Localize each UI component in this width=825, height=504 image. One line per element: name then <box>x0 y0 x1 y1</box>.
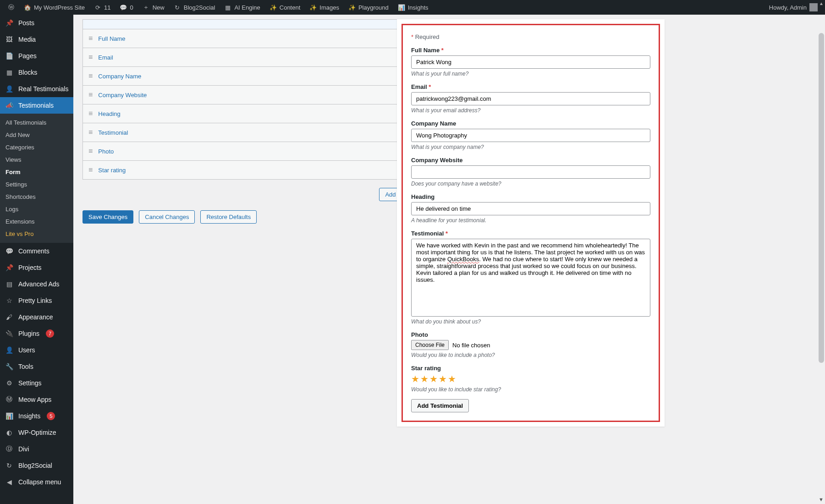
sidebar-sub-item[interactable]: Categories <box>0 141 73 153</box>
restore-defaults-button[interactable]: Restore Defaults <box>200 210 257 224</box>
sidebar-item[interactable]: 📌Projects <box>0 259 73 276</box>
sidebar-item[interactable]: ⒹDivi <box>0 441 73 457</box>
field-name-link[interactable]: Testimonial <box>98 129 413 136</box>
toolbar-playground[interactable]: ✨Playground <box>345 0 392 15</box>
sidebar-sub-item[interactable]: Views <box>0 153 73 166</box>
drag-handle-icon[interactable]: ≡ <box>88 128 93 137</box>
toolbar-images[interactable]: ✨Images <box>306 0 343 15</box>
wp-logo[interactable]: ⓦ <box>4 0 18 15</box>
sidebar-item-testimonials[interactable]: 📣 Testimonials <box>0 97 73 114</box>
heading-field[interactable] <box>411 202 650 215</box>
sidebar-sub-item[interactable]: Lite vs Pro <box>0 228 73 240</box>
sidebar-item[interactable]: ▤Advanced Ads <box>0 276 73 292</box>
drag-handle-icon[interactable]: ≡ <box>88 166 93 174</box>
photo-label: Photo <box>411 331 650 338</box>
sidebar-item[interactable]: 🔧Tools <box>0 358 73 375</box>
sidebar-sub-item[interactable]: Logs <box>0 203 73 215</box>
sidebar-sub-item[interactable]: All Testimonials <box>0 116 73 129</box>
drag-handle-icon[interactable]: ≡ <box>88 34 93 43</box>
sidebar-item-label: Plugins <box>18 330 39 337</box>
heading-hint: A headline for your testimonial. <box>411 217 650 224</box>
toolbar-blog2social[interactable]: ↻Blog2Social <box>170 0 219 15</box>
drag-handle-icon[interactable]: ≡ <box>88 110 93 118</box>
form-field-row[interactable]: ≡Photo▼ <box>82 142 430 161</box>
sidebar-item[interactable]: 📄Pages <box>0 48 73 64</box>
company-name-hint: What is your company name? <box>411 144 650 150</box>
form-fields-list: ≡Full Name▼≡Email▼≡Company Name▼≡Company… <box>82 19 430 180</box>
form-field-row[interactable]: ≡Company Website▼ <box>82 85 430 104</box>
site-home[interactable]: 🏠My WordPress Site <box>20 0 88 15</box>
megaphone-icon: 📣 <box>5 101 14 110</box>
sidebar-item[interactable]: ☆Pretty Links <box>0 292 73 309</box>
sidebar-sub-item[interactable]: Form <box>0 166 73 178</box>
toolbar-aiengine[interactable]: ▦AI Engine <box>220 0 264 15</box>
sidebar-item[interactable]: 👤Users <box>0 342 73 358</box>
field-name-link[interactable]: Heading <box>98 110 413 117</box>
testimonial-hint: What do you think about us? <box>411 318 650 325</box>
sidebar-item[interactable]: 📊Insights5 <box>0 408 73 424</box>
form-preview-panel: * Required Full Name * What is your full… <box>397 19 665 427</box>
toolbar-chevron-icon: ▲ <box>819 1 824 6</box>
field-name-link[interactable]: Company Name <box>98 73 413 80</box>
form-field-row[interactable]: ≡Full Name▼ <box>82 29 430 48</box>
field-name-link[interactable]: Email <box>98 54 413 61</box>
form-field-row[interactable]: ≡Email▼ <box>82 48 430 67</box>
field-name-link[interactable]: Company Website <box>98 92 413 99</box>
add-testimonial-button[interactable]: Add Testimonial <box>411 399 469 412</box>
sidebar-sub-item[interactable]: Add New <box>0 129 73 141</box>
sidebar-item[interactable]: 💬Comments <box>0 243 73 259</box>
scrollbar-thumb[interactable] <box>819 33 824 363</box>
scrollbar-rail[interactable]: ▼ <box>818 15 825 504</box>
form-field-row[interactable]: ≡Heading▼ <box>82 104 430 123</box>
comments-count[interactable]: 💬0 <box>116 0 137 15</box>
sidebar-item[interactable]: 📌Posts <box>0 15 73 31</box>
menu-icon: ▤ <box>5 279 14 289</box>
drag-handle-icon[interactable]: ≡ <box>88 147 93 155</box>
field-name-link[interactable]: Star rating <box>98 167 413 174</box>
howdy-user[interactable]: Howdy, Admin <box>765 0 821 15</box>
sidebar-item[interactable]: ⚙Settings <box>0 375 73 391</box>
toolbar-insights[interactable]: 📊Insights <box>394 0 432 15</box>
full-name-hint: What is your full name? <box>411 71 650 77</box>
drag-handle-icon[interactable]: ≡ <box>88 91 93 99</box>
cancel-changes-button[interactable]: Cancel Changes <box>139 210 195 224</box>
sidebar-sub-item[interactable]: Settings <box>0 178 73 191</box>
sidebar-item[interactable]: ◀Collapse menu <box>0 474 73 490</box>
testimonial-field[interactable]: We have worked with Kevin in the past an… <box>411 239 650 317</box>
toolbar-content[interactable]: ✨Content <box>266 0 304 15</box>
updates[interactable]: ⟳11 <box>90 0 114 15</box>
email-field[interactable] <box>411 92 650 105</box>
sidebar-item[interactable]: ↻Blog2Social <box>0 457 73 474</box>
form-field-row[interactable]: ≡Company Name▼ <box>82 66 430 86</box>
menu-icon: ⚙ <box>5 378 14 388</box>
sidebar-item[interactable]: ⓂMeow Apps <box>0 391 73 408</box>
sidebar-item-label: Real Testimonials <box>18 85 68 93</box>
drag-handle-icon[interactable]: ≡ <box>88 53 93 61</box>
field-name-link[interactable]: Full Name <box>98 35 413 42</box>
sidebar-item[interactable]: ▦Blocks <box>0 64 73 81</box>
star-rating[interactable]: ★★★★★ <box>411 373 650 384</box>
rating-hint: Would you like to include star rating? <box>411 386 650 393</box>
form-field-row[interactable]: ≡Testimonial▼ <box>82 123 430 142</box>
field-name-link[interactable]: Photo <box>98 148 413 155</box>
testimonial-label: Testimonial * <box>411 230 650 237</box>
drag-handle-icon[interactable]: ≡ <box>88 72 93 80</box>
choose-file-button[interactable]: Choose File <box>411 340 449 350</box>
sidebar-item[interactable]: 🖌Appearance <box>0 309 73 325</box>
sidebar-sub-item[interactable]: Extensions <box>0 215 73 228</box>
sidebar-item-label: Advanced Ads <box>18 280 60 288</box>
sidebar-item[interactable]: ◐WP-Optimize <box>0 424 73 441</box>
sidebar-sub-item[interactable]: Shortcodes <box>0 191 73 203</box>
sidebar-item[interactable]: 🖼Media <box>0 31 73 48</box>
company-website-field[interactable] <box>411 165 650 179</box>
company-name-field[interactable] <box>411 129 650 142</box>
menu-icon: 💬 <box>5 247 14 256</box>
menu-icon: 👤 <box>5 345 14 355</box>
admin-sidebar: 📌Posts🖼Media📄Pages▦Blocks👤Real Testimoni… <box>0 15 73 504</box>
form-field-row[interactable]: ≡Star rating▼ <box>82 160 430 180</box>
sidebar-item[interactable]: 👤Real Testimonials <box>0 81 73 97</box>
full-name-field[interactable] <box>411 55 650 69</box>
new-content[interactable]: ＋New <box>139 0 168 15</box>
sidebar-item[interactable]: 🔌Plugins7 <box>0 325 73 342</box>
save-changes-button[interactable]: Save Changes <box>82 210 133 224</box>
